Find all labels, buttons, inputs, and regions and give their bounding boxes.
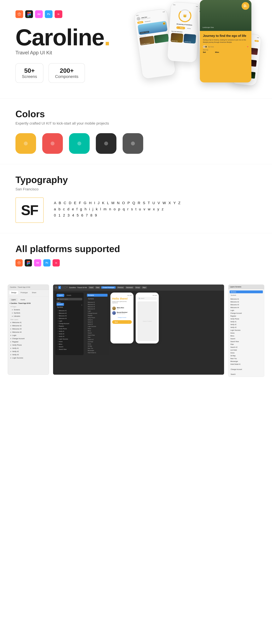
artboard-middle-panel[interactable]: ▶ T Caroline - Travel UI Kit Insert Data… bbox=[53, 284, 224, 375]
middle-tree-item[interactable]: □Search Now bbox=[56, 348, 82, 350]
screens-list-item[interactable]: Home bbox=[87, 328, 108, 330]
artboard-left-panel[interactable]: Caroline - Travel App UI Kit Design Prot… bbox=[8, 284, 49, 375]
right-panel-screen-item[interactable]: Search Now bbox=[230, 340, 263, 343]
create-prototype-btn[interactable]: Create Prototype bbox=[101, 286, 116, 289]
screens-list-item[interactable]: Welcome #3 bbox=[87, 306, 108, 308]
text-tool[interactable]: T bbox=[66, 286, 68, 288]
group-btn[interactable]: Group bbox=[135, 286, 141, 289]
tab-share[interactable]: Share bbox=[30, 291, 38, 294]
middle-tree-item[interactable]: □Verify #2 bbox=[56, 332, 82, 335]
middle-tree-item[interactable]: □Welcome #1 bbox=[56, 310, 82, 312]
right-panel-screen-item[interactable]: Welcome #4 bbox=[230, 306, 263, 309]
screens-list-item[interactable]: Welcome #1 bbox=[87, 301, 108, 304]
screens-list-item[interactable]: Menu bbox=[87, 330, 108, 332]
change-account-link[interactable]: Change Account bbox=[112, 317, 132, 318]
tab-prototype[interactable]: Prototype bbox=[19, 291, 30, 294]
screens-list-item[interactable]: Verify #2 bbox=[87, 321, 108, 323]
right-panel-screen-item[interactable]: Verify #2 bbox=[230, 323, 263, 326]
previous-btn[interactable]: Previous bbox=[117, 286, 124, 289]
search-item[interactable]: Search bbox=[230, 373, 262, 376]
left-tree-item[interactable]: ▶Register bbox=[10, 340, 47, 344]
right-panel-screen-item[interactable]: Verify Phone bbox=[230, 318, 263, 320]
tree-symbols[interactable]: ▶Symbols bbox=[10, 311, 47, 314]
screens-list-item[interactable]: Search bbox=[87, 332, 108, 334]
insert-btn[interactable]: Insert bbox=[88, 286, 94, 289]
right-panel-screen-item[interactable]: Home bbox=[230, 332, 263, 334]
search-input-box[interactable]: 🔍 Search bbox=[138, 297, 157, 300]
screens-list-item[interactable]: Home bbox=[87, 343, 108, 345]
assets-nav-tab[interactable]: Assets bbox=[19, 298, 27, 302]
middle-tree-item[interactable]: □Home bbox=[56, 340, 82, 343]
screens-list-item[interactable]: Login bbox=[87, 310, 108, 312]
screens-list-item[interactable]: Search #2 bbox=[87, 338, 108, 341]
screens-list-item[interactable]: Welcome #2 bbox=[87, 304, 108, 306]
screens-list-item[interactable]: Near You bbox=[87, 347, 108, 350]
middle-tree-item[interactable]: □Login Success bbox=[56, 338, 82, 340]
screens-list-item[interactable]: Verify #1 bbox=[87, 319, 108, 321]
right-panel-screen-item[interactable]: Menu bbox=[230, 334, 263, 337]
right-panel-screen-item[interactable]: Filter bbox=[230, 343, 263, 346]
middle-tree-item[interactable]: □Verify #3 bbox=[56, 335, 82, 338]
right-panel-screen-item[interactable]: Verify #1 bbox=[230, 320, 263, 323]
left-tree-item[interactable]: ▶Change Account bbox=[10, 337, 47, 340]
backward-btn[interactable]: Backward bbox=[125, 286, 134, 289]
right-panel-screen-item[interactable]: Home bbox=[230, 352, 263, 354]
symbols-list-item[interactable]: Symbols bbox=[87, 298, 108, 300]
page-symbols[interactable]: Symbols bbox=[56, 306, 64, 308]
next-button[interactable]: Next → bbox=[112, 320, 132, 324]
screens-selected-item[interactable]: Screens bbox=[87, 294, 108, 297]
screens-list-item[interactable]: Hotel Detail #1 bbox=[87, 352, 108, 354]
middle-tree-item[interactable]: □Verify #1 bbox=[56, 330, 82, 332]
middle-tree-item[interactable]: □Search bbox=[56, 346, 82, 348]
tree-libraries[interactable]: ▶Libraries bbox=[10, 314, 47, 318]
right-panel-screen-item[interactable]: Verify #3 bbox=[230, 326, 263, 329]
right-panel-screen-item[interactable]: Search #2 bbox=[230, 346, 263, 349]
left-tree-item[interactable]: ▶Verify Phone bbox=[10, 344, 47, 346]
move-tool[interactable]: ▶ bbox=[58, 286, 61, 289]
right-panel-screen-item[interactable]: Messenger bbox=[230, 360, 263, 363]
middle-tree-item[interactable]: □Welcome #4 bbox=[56, 317, 82, 320]
screens-list-item[interactable]: Register bbox=[87, 314, 108, 316]
layers-tab-assets[interactable]: Assets bbox=[65, 294, 73, 297]
screens-list-item[interactable]: Filter bbox=[87, 336, 108, 338]
screens-list-item[interactable]: Messenger bbox=[87, 350, 108, 352]
screens-list-item[interactable]: Login Success bbox=[87, 325, 108, 328]
right-panel-screen-item[interactable]: Change Account bbox=[230, 312, 263, 315]
symbols-right[interactable]: Symbols bbox=[230, 294, 263, 297]
rect-tool[interactable] bbox=[64, 286, 66, 288]
right-panel-screen-item[interactable]: Login Success bbox=[230, 329, 263, 332]
left-tree-item[interactable]: ▶Welcome #2 bbox=[10, 324, 47, 327]
menu-icon[interactable] bbox=[55, 286, 57, 288]
left-tree-item[interactable]: ▶Verify #3 bbox=[10, 353, 47, 356]
middle-tree-item[interactable]: □Menu bbox=[56, 343, 82, 346]
left-tree-item[interactable]: ▶Login bbox=[10, 334, 47, 337]
left-tree-item[interactable]: ▶Login Success bbox=[10, 356, 47, 360]
right-panel-screen-item[interactable]: Welcome #1 bbox=[230, 298, 263, 300]
screens-list-item[interactable]: 3d Map bbox=[87, 345, 108, 347]
middle-tree-item[interactable]: □Change Account bbox=[56, 322, 82, 325]
screens-list-item[interactable]: Change Account bbox=[87, 312, 108, 314]
right-panel-screen-item[interactable]: 3d Map bbox=[230, 354, 263, 357]
align-btn[interactable]: Align bbox=[142, 286, 147, 289]
left-tree-item[interactable]: ▶Welcome #1 bbox=[10, 321, 47, 324]
circle-tool[interactable] bbox=[62, 286, 64, 288]
left-tree-item[interactable]: ▶Welcome #3 bbox=[10, 327, 47, 330]
tab-design[interactable]: Design bbox=[10, 291, 18, 294]
right-panel-screen-item[interactable]: Login bbox=[230, 309, 263, 312]
right-panel-screen-item[interactable]: Near You bbox=[230, 357, 263, 360]
right-panel-screen-item[interactable]: List Hotel bbox=[230, 349, 263, 352]
add-page-btn[interactable]: + bbox=[81, 304, 82, 306]
change-account-item[interactable]: Change Account bbox=[230, 368, 262, 371]
middle-tree-item[interactable]: □Verify Phone bbox=[56, 328, 82, 330]
right-panel-screen-item[interactable]: Welcome #3 bbox=[230, 303, 263, 306]
layers-tab-layers[interactable]: Layers bbox=[56, 294, 64, 297]
screens-list-item[interactable]: Verify #3 bbox=[87, 323, 108, 325]
left-tree-item[interactable]: ▶Welcome #4 bbox=[10, 330, 47, 334]
tree-screens[interactable]: ▶Screens bbox=[10, 308, 47, 311]
screens-selected-right[interactable]: Screens bbox=[230, 290, 263, 293]
left-tree-item[interactable]: ▶Verify #2 bbox=[10, 350, 47, 353]
middle-tree-item[interactable]: □Welcome #3 bbox=[56, 314, 82, 317]
search-layers-box[interactable]: 🔍 Search Layers bbox=[56, 298, 82, 300]
screens-list-item[interactable]: Welcome #4 bbox=[87, 308, 108, 310]
page-screens[interactable]: Screens bbox=[56, 303, 64, 306]
